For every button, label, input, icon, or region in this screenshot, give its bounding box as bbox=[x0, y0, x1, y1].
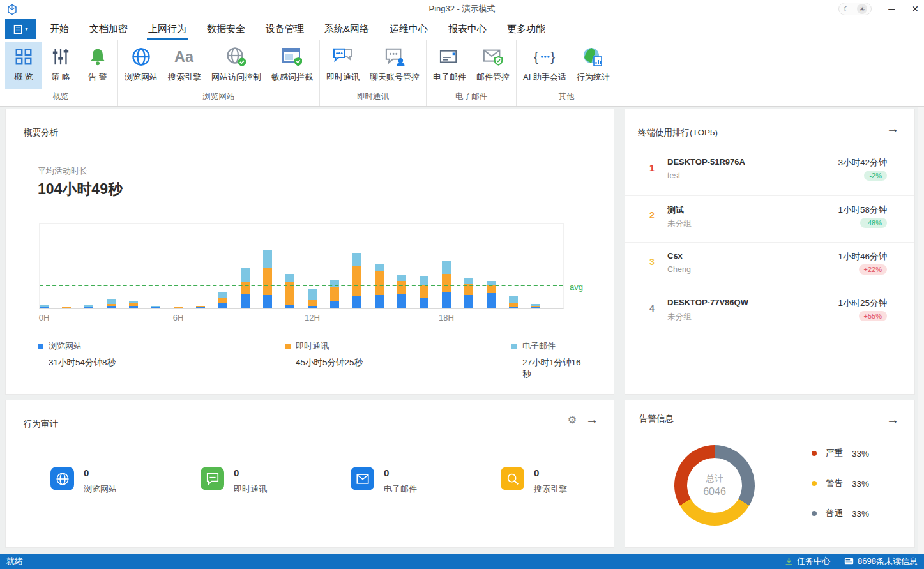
menu-tab-5[interactable]: 系统&网络 bbox=[314, 19, 379, 40]
menu-tab-6[interactable]: 运维中心 bbox=[379, 19, 438, 40]
chart-bar bbox=[196, 306, 205, 308]
chart-bar-segment bbox=[330, 301, 339, 308]
usage-time: 3小时42分钟 bbox=[838, 157, 887, 169]
top5-list-item[interactable]: 1DESKTOP-51R976Atest3小时42分钟-2% bbox=[625, 149, 914, 195]
alerts-total-label: 总计 bbox=[706, 473, 723, 485]
ribbon-item-2-0[interactable]: 即时通讯 bbox=[321, 42, 365, 89]
chart-x-tick: 18H bbox=[439, 313, 454, 322]
change-badge: +55% bbox=[859, 311, 887, 321]
ribbon-item-1-2[interactable]: 网站访问控制 bbox=[206, 42, 266, 89]
ribbon-item-3-0[interactable]: 电子邮件 bbox=[428, 42, 471, 89]
chart-x-tick: 0H bbox=[39, 313, 50, 322]
chart-bar bbox=[375, 264, 384, 308]
change-badge: -48% bbox=[860, 218, 887, 228]
ribbon-item-0-2[interactable]: 告 警 bbox=[79, 42, 116, 89]
unread-messages-button[interactable]: 8698条未读信息 bbox=[844, 556, 918, 567]
chart-bar-segment bbox=[464, 278, 473, 284]
ribbon-group-label: 即时通讯 bbox=[321, 89, 425, 106]
chart-bar-segment bbox=[375, 271, 384, 295]
ribbon-group-1: 浏览网站Aa搜索引擎网站访问控制敏感词拦截浏览网站 bbox=[118, 40, 320, 106]
alert-bell-icon bbox=[87, 46, 109, 68]
ribbon-group-label: 其他 bbox=[518, 89, 615, 106]
ribbon-item-1-1[interactable]: Aa搜索引擎 bbox=[163, 42, 206, 89]
email-envelope-icon bbox=[439, 46, 460, 68]
chart-legend-item: 浏览网站31小时54分钟8秒 bbox=[38, 340, 116, 368]
change-badge: +22% bbox=[859, 264, 887, 275]
ribbon-item-2-1[interactable]: 聊天账号管控 bbox=[365, 42, 425, 89]
chart-bar-segment bbox=[263, 250, 272, 268]
alerts-more-arrow-icon[interactable]: → bbox=[886, 413, 899, 426]
statusbar: 就绪 任务中心 8698条未读信息 bbox=[0, 554, 924, 569]
chart-bar bbox=[420, 276, 428, 308]
rank-number: 2 bbox=[649, 210, 655, 220]
menu-tab-4[interactable]: 设备管理 bbox=[255, 19, 314, 40]
top5-more-arrow-icon[interactable]: → bbox=[886, 122, 899, 135]
menu-tab-2[interactable]: 上网行为 bbox=[138, 19, 197, 40]
chart-bar-segment bbox=[509, 296, 518, 303]
chat-account-icon bbox=[384, 46, 405, 68]
chart-bar-segment bbox=[487, 285, 496, 293]
chart-bar-segment bbox=[330, 287, 339, 301]
audit-stat-0[interactable]: 0浏览网站 bbox=[50, 467, 201, 495]
ribbon-item-label: 行为统计 bbox=[577, 72, 610, 83]
usage-time: 1小时58分钟 bbox=[838, 204, 887, 216]
menu-tab-7[interactable]: 报表中心 bbox=[438, 19, 497, 40]
chart-bar-segment bbox=[375, 264, 384, 271]
ribbon-item-4-1[interactable]: 行为统计 bbox=[572, 42, 615, 89]
summary-card: 概要分析 平均活动时长 104小时49秒 avg0H6H12H18H 浏览网站3… bbox=[5, 109, 614, 395]
ribbon-item-1-0[interactable]: 浏览网站 bbox=[119, 42, 163, 89]
ribbon-item-3-1[interactable]: 邮件管控 bbox=[471, 42, 515, 89]
chart-bar-segment bbox=[442, 292, 451, 308]
top5-list-item[interactable]: 4DESKTOP-77V86QW未分组1小时25分钟+55% bbox=[625, 289, 914, 335]
close-button[interactable]: ✕ bbox=[911, 0, 919, 18]
chart-bar bbox=[330, 280, 339, 308]
audit-stat-2[interactable]: 0电子邮件 bbox=[351, 467, 501, 495]
chart-bar-segment bbox=[464, 295, 473, 308]
legend-name: 电子邮件 bbox=[522, 340, 556, 352]
alerts-legend: 严重33%警告33%普通33% bbox=[812, 448, 869, 538]
chart-bar-segment bbox=[487, 293, 496, 308]
alert-level-pct: 33% bbox=[852, 449, 869, 459]
menu-tab-1[interactable]: 文档加密 bbox=[79, 19, 138, 40]
legend-dot bbox=[812, 451, 817, 456]
alert-level-name: 严重 bbox=[826, 448, 843, 459]
top5-list-item[interactable]: 2测试未分组1小时58分钟-48% bbox=[625, 195, 914, 242]
chart-bar-segment bbox=[352, 266, 361, 296]
legend-swatch bbox=[38, 344, 43, 349]
ribbon-item-label: 电子邮件 bbox=[433, 72, 466, 83]
audit-card-title: 行为审计 bbox=[24, 418, 58, 430]
chart-gridline bbox=[40, 243, 563, 243]
ribbon-item-label: 告 警 bbox=[88, 72, 107, 83]
vertical-scrollbar[interactable] bbox=[918, 107, 924, 554]
svg-text:}: } bbox=[550, 50, 555, 64]
audit-stat-value: 0 bbox=[384, 467, 417, 478]
ribbon-item-label: 聊天账号管控 bbox=[370, 72, 420, 83]
minimize-button[interactable]: ─ bbox=[888, 0, 895, 18]
rank-number: 1 bbox=[649, 163, 655, 173]
browse-globe-icon bbox=[130, 46, 152, 68]
ribbon-item-0-1[interactable]: 策 略 bbox=[42, 42, 79, 89]
audit-stat-label: 即时通讯 bbox=[234, 483, 267, 495]
chart-bar-segment bbox=[263, 295, 272, 308]
audit-settings-gear-icon[interactable]: ⚙ bbox=[568, 414, 577, 427]
sun-icon: ☀ bbox=[857, 4, 867, 14]
ribbon-item-0-0[interactable]: 概 览 bbox=[5, 42, 42, 89]
legend-value: 31小时54分钟8秒 bbox=[49, 357, 116, 368]
behavior-stats-icon bbox=[582, 46, 604, 68]
audit-more-arrow-icon[interactable]: → bbox=[586, 413, 598, 426]
task-center-button[interactable]: 任务中心 bbox=[785, 556, 830, 567]
ribbon-item-1-3[interactable]: 敏感词拦截 bbox=[266, 42, 318, 89]
menu-tab-8[interactable]: 更多功能 bbox=[497, 19, 556, 40]
change-badge: -2% bbox=[864, 171, 887, 181]
svg-text:{: { bbox=[534, 50, 538, 64]
ribbon-item-4-0[interactable]: {}AI 助手会话 bbox=[518, 42, 572, 89]
chart-bar-segment bbox=[397, 294, 406, 308]
top5-list-item[interactable]: 3CsxCheng1小时46分钟+22% bbox=[625, 242, 914, 289]
menu-tab-0[interactable]: 开始 bbox=[40, 19, 79, 40]
menu-tabs: 开始文档加密上网行为数据安全设备管理系统&网络运维中心报表中心更多功能 bbox=[40, 19, 556, 40]
audit-stat-1[interactable]: 0即时通讯 bbox=[201, 467, 351, 495]
app-menu-button[interactable]: ▾ bbox=[5, 19, 36, 39]
theme-toggle[interactable]: ☾ ☀ bbox=[838, 3, 872, 15]
chart-bar-segment bbox=[352, 296, 361, 308]
menu-tab-3[interactable]: 数据安全 bbox=[197, 19, 255, 40]
